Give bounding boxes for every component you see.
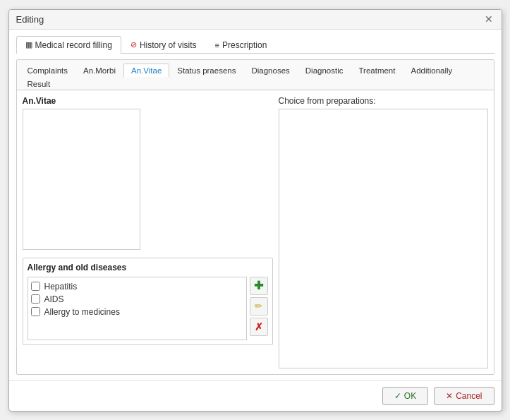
an-vitae-textarea[interactable] (23, 109, 140, 250)
tab-medical-record-label: Medical record filling (35, 40, 112, 50)
subtab-result-label: Result (28, 80, 51, 88)
subtab-treatment[interactable]: Treatment (351, 64, 403, 77)
dialog-title-bar: Editing ✕ (9, 10, 502, 30)
subtab-diagnostic-label: Diagnostic (305, 66, 344, 75)
left-panel: An.Vitae Allergy and old diseases Hepati… (23, 96, 273, 368)
allergy-list: Hepatitis AIDS Allergy to medicines (28, 277, 247, 340)
list-item: Allergy to medicines (31, 306, 243, 318)
subtab-an-morbi-label: An.Morbi (83, 66, 116, 75)
subtab-diagnoses[interactable]: Diagnoses (243, 64, 297, 77)
tab-history-visits[interactable]: ⊘ History of visits (121, 36, 206, 54)
cancel-x-icon: ✕ (446, 391, 453, 401)
subtab-treatment-label: Treatment (358, 66, 395, 75)
tab-medical-record[interactable]: ▦ Medical record filling (16, 36, 121, 54)
ok-label: OK (404, 391, 416, 401)
medical-record-icon: ▦ (25, 40, 32, 49)
dialog-footer: ✓ OK ✕ Cancel (9, 380, 502, 411)
dialog-body: ▦ Medical record filling ⊘ History of vi… (9, 30, 502, 380)
tab-history-visits-label: History of visits (140, 40, 197, 50)
subtab-status-praesens[interactable]: Status praesens (169, 64, 243, 77)
allergy-section: Allergy and old diseases Hepatitis AIDS (23, 258, 273, 345)
tab-prescription[interactable]: ≡ Prescription (206, 36, 277, 54)
cancel-button[interactable]: ✕ Cancel (434, 387, 494, 405)
subtab-diagnostic[interactable]: Diagnostic (298, 64, 351, 77)
subtab-additionally-label: Additionally (411, 66, 452, 75)
aids-checkbox[interactable] (31, 294, 40, 304)
subtab-complaints[interactable]: Complaints (20, 64, 76, 77)
right-panel: Choice from preparations: (279, 96, 488, 368)
subtab-an-vitae[interactable]: An.Vitae (123, 64, 169, 77)
content-area: An.Vitae Allergy and old diseases Hepati… (17, 90, 494, 374)
right-panel-label: Choice from preparations: (279, 96, 488, 106)
close-button[interactable]: ✕ (483, 14, 494, 24)
delete-icon: ✗ (255, 321, 263, 332)
ok-checkmark-icon: ✓ (394, 391, 401, 401)
editing-dialog: Editing ✕ ▦ Medical record filling ⊘ His… (8, 9, 502, 412)
an-vitae-label: An.Vitae (23, 96, 273, 106)
add-icon: ✚ (254, 279, 263, 292)
sub-tabs: Complaints An.Morbi An.Vitae Status prae… (17, 60, 494, 90)
subtab-an-morbi[interactable]: An.Morbi (75, 64, 123, 77)
delete-allergy-button[interactable]: ✗ (250, 318, 268, 336)
edit-icon: ✏ (255, 301, 262, 311)
aids-label: AIDS (44, 294, 64, 304)
edit-allergy-button[interactable]: ✏ (250, 297, 268, 316)
add-allergy-button[interactable]: ✚ (250, 277, 268, 295)
subtab-an-vitae-label: An.Vitae (131, 66, 162, 75)
history-icon: ⊘ (130, 40, 137, 49)
inner-panel: Complaints An.Morbi An.Vitae Status prae… (16, 59, 494, 375)
an-vitae-section: An.Vitae (23, 96, 273, 252)
prescription-icon: ≡ (215, 41, 219, 49)
subtab-status-praesens-label: Status praesens (177, 66, 236, 75)
ok-button[interactable]: ✓ OK (382, 387, 428, 405)
hepatitis-label: Hepatitis (44, 282, 78, 292)
tab-prescription-label: Prescription (222, 40, 267, 50)
allergy-medicines-label: Allergy to medicines (44, 307, 120, 317)
cancel-label: Cancel (456, 391, 482, 401)
allergy-medicines-checkbox[interactable] (31, 307, 40, 316)
subtab-result[interactable]: Result (20, 77, 59, 90)
hepatitis-checkbox[interactable] (31, 282, 40, 291)
list-item: Hepatitis (31, 280, 243, 293)
subtab-complaints-label: Complaints (28, 66, 68, 75)
allergy-section-label: Allergy and old diseases (28, 263, 268, 272)
preparations-list (279, 109, 488, 368)
allergy-items-row: Hepatitis AIDS Allergy to medicines (28, 277, 268, 340)
allergy-buttons: ✚ ✏ ✗ (250, 277, 268, 336)
top-tabs: ▦ Medical record filling ⊘ History of vi… (16, 35, 494, 54)
subtab-additionally[interactable]: Additionally (403, 64, 460, 77)
list-item: AIDS (31, 293, 243, 306)
subtab-diagnoses-label: Diagnoses (251, 66, 289, 75)
dialog-title: Editing (16, 14, 44, 25)
